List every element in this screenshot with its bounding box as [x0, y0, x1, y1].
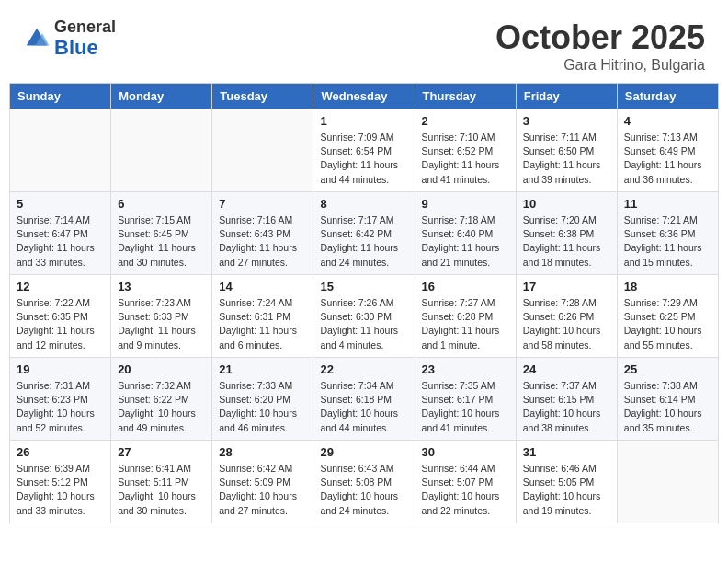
- day-info: Sunrise: 7:26 AM Sunset: 6:30 PM Dayligh…: [320, 296, 407, 352]
- header-wednesday: Wednesday: [313, 84, 415, 109]
- logo: General Blue: [23, 18, 116, 59]
- day-number: 18: [624, 280, 711, 293]
- day-info: Sunrise: 6:39 AM Sunset: 5:12 PM Dayligh…: [17, 462, 104, 518]
- day-info: Sunrise: 7:10 AM Sunset: 6:52 PM Dayligh…: [422, 131, 509, 187]
- day-number: 26: [17, 445, 104, 459]
- calendar-week-row: 26Sunrise: 6:39 AM Sunset: 5:12 PM Dayli…: [10, 441, 719, 523]
- table-row: 4Sunrise: 7:13 AM Sunset: 6:49 PM Daylig…: [617, 109, 718, 192]
- day-info: Sunrise: 6:44 AM Sunset: 5:07 PM Dayligh…: [422, 462, 509, 518]
- day-number: 1: [320, 114, 407, 128]
- table-row: 27Sunrise: 6:41 AM Sunset: 5:11 PM Dayli…: [111, 441, 212, 523]
- logo-text: General Blue: [54, 18, 116, 59]
- month-title: October 2025: [495, 18, 705, 57]
- table-row: 22Sunrise: 7:34 AM Sunset: 6:18 PM Dayli…: [313, 358, 415, 441]
- day-number: 23: [422, 362, 509, 376]
- header-friday: Friday: [516, 84, 617, 109]
- table-row: 10Sunrise: 7:20 AM Sunset: 6:38 PM Dayli…: [516, 192, 617, 275]
- day-number: 4: [624, 114, 711, 128]
- day-number: 10: [523, 197, 610, 211]
- day-number: 5: [17, 197, 104, 211]
- table-row: 1Sunrise: 7:09 AM Sunset: 6:54 PM Daylig…: [313, 109, 415, 192]
- day-number: 6: [118, 197, 205, 211]
- day-info: Sunrise: 7:33 AM Sunset: 6:20 PM Dayligh…: [219, 379, 306, 435]
- day-info: Sunrise: 6:46 AM Sunset: 5:05 PM Dayligh…: [523, 462, 610, 518]
- calendar-week-row: 12Sunrise: 7:22 AM Sunset: 6:35 PM Dayli…: [10, 275, 719, 358]
- day-number: 3: [523, 114, 610, 128]
- table-row: 31Sunrise: 6:46 AM Sunset: 5:05 PM Dayli…: [516, 441, 617, 523]
- day-info: Sunrise: 7:11 AM Sunset: 6:50 PM Dayligh…: [523, 131, 610, 187]
- day-info: Sunrise: 7:38 AM Sunset: 6:14 PM Dayligh…: [624, 379, 711, 435]
- table-row: 12Sunrise: 7:22 AM Sunset: 6:35 PM Dayli…: [10, 275, 111, 358]
- day-info: Sunrise: 7:18 AM Sunset: 6:40 PM Dayligh…: [422, 213, 509, 270]
- day-number: 12: [17, 280, 104, 293]
- table-row: 19Sunrise: 7:31 AM Sunset: 6:23 PM Dayli…: [10, 358, 111, 441]
- day-info: Sunrise: 7:22 AM Sunset: 6:35 PM Dayligh…: [17, 296, 104, 352]
- logo-icon: [23, 25, 51, 52]
- day-info: Sunrise: 7:16 AM Sunset: 6:43 PM Dayligh…: [219, 213, 306, 270]
- title-block: October 2025 Gara Hitrino, Bulgaria: [495, 18, 705, 74]
- day-info: Sunrise: 7:21 AM Sunset: 6:36 PM Dayligh…: [624, 213, 711, 270]
- day-info: Sunrise: 7:34 AM Sunset: 6:18 PM Dayligh…: [320, 379, 407, 435]
- table-row: 26Sunrise: 6:39 AM Sunset: 5:12 PM Dayli…: [10, 441, 111, 523]
- day-number: 14: [219, 280, 306, 293]
- table-row: 15Sunrise: 7:26 AM Sunset: 6:30 PM Dayli…: [313, 275, 415, 358]
- day-number: 7: [219, 197, 306, 211]
- day-info: Sunrise: 6:42 AM Sunset: 5:09 PM Dayligh…: [219, 462, 306, 518]
- day-number: 8: [320, 197, 407, 211]
- table-row: 6Sunrise: 7:15 AM Sunset: 6:45 PM Daylig…: [111, 192, 212, 275]
- day-info: Sunrise: 7:23 AM Sunset: 6:33 PM Dayligh…: [118, 296, 205, 352]
- table-row: 11Sunrise: 7:21 AM Sunset: 6:36 PM Dayli…: [617, 192, 718, 275]
- page-header: General Blue October 2025 Gara Hitrino, …: [9, 9, 719, 78]
- day-info: Sunrise: 7:35 AM Sunset: 6:17 PM Dayligh…: [422, 379, 509, 435]
- day-number: 19: [17, 362, 104, 376]
- day-info: Sunrise: 7:37 AM Sunset: 6:15 PM Dayligh…: [523, 379, 610, 435]
- day-info: Sunrise: 7:15 AM Sunset: 6:45 PM Dayligh…: [118, 213, 205, 270]
- day-number: 27: [118, 445, 205, 459]
- header-monday: Monday: [111, 84, 212, 109]
- day-info: Sunrise: 7:29 AM Sunset: 6:25 PM Dayligh…: [624, 296, 711, 352]
- table-row: 9Sunrise: 7:18 AM Sunset: 6:40 PM Daylig…: [415, 192, 516, 275]
- calendar-header-row: Sunday Monday Tuesday Wednesday Thursday…: [10, 84, 719, 109]
- table-row: 2Sunrise: 7:10 AM Sunset: 6:52 PM Daylig…: [415, 109, 516, 192]
- day-info: Sunrise: 7:32 AM Sunset: 6:22 PM Dayligh…: [118, 379, 205, 435]
- day-number: 9: [422, 197, 509, 211]
- day-info: Sunrise: 6:41 AM Sunset: 5:11 PM Dayligh…: [118, 462, 205, 518]
- day-number: 21: [219, 362, 306, 376]
- calendar-week-row: 5Sunrise: 7:14 AM Sunset: 6:47 PM Daylig…: [10, 192, 719, 275]
- logo-blue: Blue: [54, 37, 116, 59]
- day-number: 17: [523, 280, 610, 293]
- day-info: Sunrise: 6:43 AM Sunset: 5:08 PM Dayligh…: [320, 462, 407, 518]
- table-row: 24Sunrise: 7:37 AM Sunset: 6:15 PM Dayli…: [516, 358, 617, 441]
- header-tuesday: Tuesday: [212, 84, 313, 109]
- table-row: 14Sunrise: 7:24 AM Sunset: 6:31 PM Dayli…: [212, 275, 313, 358]
- table-row: 18Sunrise: 7:29 AM Sunset: 6:25 PM Dayli…: [617, 275, 718, 358]
- day-info: Sunrise: 7:27 AM Sunset: 6:28 PM Dayligh…: [422, 296, 509, 352]
- day-number: 24: [523, 362, 610, 376]
- day-info: Sunrise: 7:14 AM Sunset: 6:47 PM Dayligh…: [17, 213, 104, 270]
- table-row: 13Sunrise: 7:23 AM Sunset: 6:33 PM Dayli…: [111, 275, 212, 358]
- header-saturday: Saturday: [617, 84, 718, 109]
- calendar-week-row: 1Sunrise: 7:09 AM Sunset: 6:54 PM Daylig…: [10, 109, 719, 192]
- logo-general: General: [54, 18, 116, 37]
- day-number: 2: [422, 114, 509, 128]
- day-number: 22: [320, 362, 407, 376]
- day-info: Sunrise: 7:13 AM Sunset: 6:49 PM Dayligh…: [624, 131, 711, 187]
- day-number: 28: [219, 445, 306, 459]
- table-row: 29Sunrise: 6:43 AM Sunset: 5:08 PM Dayli…: [313, 441, 415, 523]
- day-info: Sunrise: 7:20 AM Sunset: 6:38 PM Dayligh…: [523, 213, 610, 270]
- table-row: 23Sunrise: 7:35 AM Sunset: 6:17 PM Dayli…: [415, 358, 516, 441]
- calendar-week-row: 19Sunrise: 7:31 AM Sunset: 6:23 PM Dayli…: [10, 358, 719, 441]
- day-number: 13: [118, 280, 205, 293]
- table-row: 25Sunrise: 7:38 AM Sunset: 6:14 PM Dayli…: [617, 358, 718, 441]
- header-sunday: Sunday: [10, 84, 111, 109]
- day-info: Sunrise: 7:28 AM Sunset: 6:26 PM Dayligh…: [523, 296, 610, 352]
- day-info: Sunrise: 7:24 AM Sunset: 6:31 PM Dayligh…: [219, 296, 306, 352]
- day-number: 16: [422, 280, 509, 293]
- day-number: 30: [422, 445, 509, 459]
- table-row: 7Sunrise: 7:16 AM Sunset: 6:43 PM Daylig…: [212, 192, 313, 275]
- table-row: 8Sunrise: 7:17 AM Sunset: 6:42 PM Daylig…: [313, 192, 415, 275]
- table-row: 17Sunrise: 7:28 AM Sunset: 6:26 PM Dayli…: [516, 275, 617, 358]
- day-info: Sunrise: 7:09 AM Sunset: 6:54 PM Dayligh…: [320, 131, 407, 187]
- day-number: 20: [118, 362, 205, 376]
- header-thursday: Thursday: [415, 84, 516, 109]
